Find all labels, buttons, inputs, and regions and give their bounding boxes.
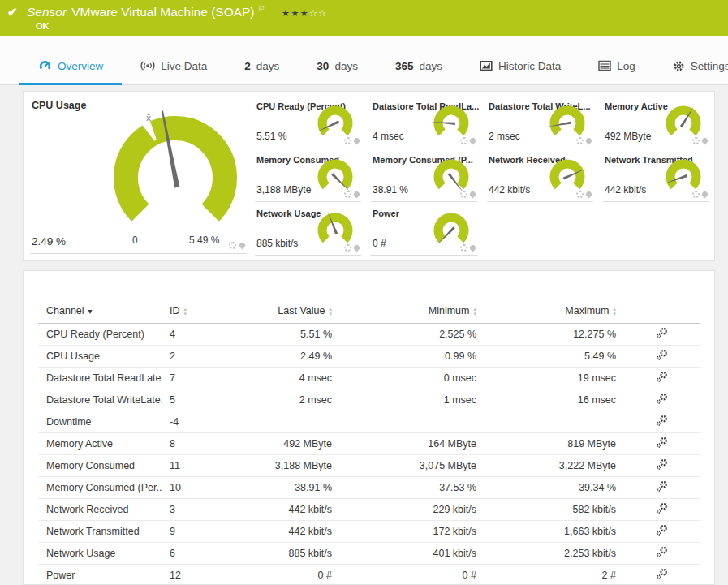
pin-icon[interactable] [353, 137, 361, 145]
gauge-memory-consumed-percent[interactable]: Memory Consumed (P... 38.91 % [371, 148, 477, 202]
sort-toggle-icon: ▴▾ [473, 307, 476, 316]
gear-icon[interactable] [692, 191, 700, 198]
channel-id: 2 [162, 346, 236, 368]
channel-settings-icon[interactable] [656, 437, 668, 451]
channel-settings-icon[interactable] [656, 502, 668, 517]
channel-name: Memory Active [38, 433, 162, 455]
pin-icon[interactable] [701, 191, 709, 199]
gear-icon[interactable] [344, 137, 351, 144]
channel-minimum: 401 kbit/s [340, 543, 485, 565]
channel-minimum: 1 msec [340, 389, 485, 411]
gear-icon [673, 60, 685, 72]
gauge-cpu-ready[interactable]: CPU Ready (Percent) 5.51 % [255, 95, 361, 148]
channel-name: Network Transmitted [38, 521, 162, 543]
pin-icon[interactable] [353, 191, 361, 199]
gauge-title: CPU Usage [32, 100, 86, 111]
pin-icon[interactable] [585, 137, 593, 145]
column-header-id[interactable]: ID▴▾ [162, 300, 236, 324]
gear-icon[interactable] [576, 137, 584, 144]
column-header-channel[interactable]: Channel▾ [38, 300, 162, 324]
star-icon[interactable]: ★ [291, 8, 299, 18]
gauge-dial: x̄ [94, 105, 256, 238]
gauge-memory-active[interactable]: Memory Active 492 MByte [603, 95, 709, 148]
column-header-maximum[interactable]: Maximum▴▾ [485, 300, 624, 324]
channel-maximum: 39.34 % [485, 477, 624, 499]
gauge-network-received[interactable]: Network Received 442 kbit/s [487, 148, 593, 202]
tab-2-days[interactable]: 2 days [226, 47, 298, 84]
gauge-memory-consumed[interactable]: Memory Consumed 3,188 MByte [255, 148, 361, 202]
gauge-datastore-read[interactable]: Datastore Total ReadLa... 4 msec [371, 95, 477, 148]
tab-historic-data[interactable]: Historic Data [461, 47, 579, 84]
flag-icon[interactable]: ⚐ [258, 4, 265, 13]
table-row: Memory Consumed (Per... 10 38.91 % 37.53… [38, 477, 700, 499]
star-icon[interactable]: ★ [282, 8, 291, 18]
pin-icon[interactable] [469, 191, 477, 199]
gauge-power[interactable]: Power 0 # [371, 202, 477, 256]
sensor-header: ✔ SensorVMware Virtual Machine (SOAP)⚐ ★… [0, 0, 728, 36]
tab-label: Historic Data [498, 60, 561, 72]
table-row: CPU Usage 2 2.49 % 0.99 % 5.49 % [38, 346, 700, 368]
pin-icon[interactable] [469, 137, 477, 145]
channel-maximum [485, 411, 624, 433]
tab-overview[interactable]: Overview [19, 47, 122, 84]
star-icon[interactable]: ☆ [318, 8, 327, 18]
table-row: Downtime -4 [38, 411, 700, 433]
channel-settings-icon[interactable] [656, 327, 668, 342]
channel-maximum: 1,663 kbit/s [485, 521, 624, 543]
gauge-datastore-write[interactable]: Datastore Total WriteL... 2 msec [487, 95, 593, 148]
channel-settings-icon[interactable] [656, 524, 668, 539]
gauge-network-transmitted[interactable]: Network Transmitted 442 kbit/s [603, 148, 709, 202]
star-icon[interactable]: ★ [299, 8, 308, 18]
gauge-current-value: 2.49 % [32, 235, 66, 247]
channel-settings-icon[interactable] [656, 349, 668, 363]
channel-settings-icon[interactable] [656, 458, 668, 473]
channel-settings-icon[interactable] [656, 371, 668, 385]
pin-icon[interactable] [585, 191, 593, 199]
gear-icon[interactable] [692, 137, 700, 144]
tab-settings[interactable]: Settings [654, 47, 728, 84]
table-row: Network Received 3 442 kbit/s 229 kbit/s… [38, 499, 700, 521]
table-row: Datastore Total WriteLate... 5 2 msec 1 … [38, 389, 700, 411]
channel-maximum: 5.49 % [485, 346, 624, 368]
gear-icon[interactable] [460, 191, 467, 198]
channel-minimum: 0.99 % [340, 346, 485, 368]
gauge-network-usage[interactable]: Network Usage 885 kbit/s [255, 202, 361, 256]
column-header-minimum[interactable]: Minimum▴▾ [340, 300, 485, 324]
channel-settings-icon[interactable] [656, 546, 668, 561]
channel-name: CPU Usage [38, 346, 162, 368]
tab-log[interactable]: Log [579, 47, 654, 84]
gear-icon[interactable] [344, 191, 351, 198]
pin-icon[interactable] [469, 244, 477, 252]
priority-stars[interactable]: ★★★☆☆ [282, 8, 328, 18]
gear-icon[interactable] [576, 191, 584, 198]
table-row: Network Transmitted 9 442 kbit/s 172 kbi… [38, 521, 700, 543]
tab-live-data[interactable]: Live Data [122, 47, 226, 84]
average-marker: x̄ [146, 113, 152, 123]
gear-icon[interactable] [460, 137, 467, 144]
tab-30-days[interactable]: 30 days [298, 47, 377, 84]
pin-icon[interactable] [239, 242, 247, 250]
chart-icon [480, 59, 493, 72]
gauge-value: 4 msec [373, 131, 404, 142]
channel-settings-icon[interactable] [656, 480, 668, 495]
pin-icon[interactable] [701, 137, 709, 145]
gauge-cpu-usage-main[interactable]: CPU Usage x̄ 2.49 % 0 5.49 % [24, 92, 255, 260]
channel-minimum: 37.53 % [340, 477, 485, 499]
channel-name: Network Usage [38, 543, 162, 565]
channel-settings-icon[interactable] [656, 415, 668, 429]
star-icon[interactable]: ☆ [309, 8, 318, 18]
channel-name: Power [38, 565, 162, 585]
gear-icon[interactable] [344, 244, 351, 252]
channel-settings-icon[interactable] [656, 393, 668, 407]
table-row: Memory Consumed 11 3,188 MByte 3,075 MBy… [38, 455, 700, 477]
broadcast-icon [140, 60, 155, 71]
channel-minimum: 2.525 % [340, 324, 485, 346]
gauge-title: Power [373, 209, 399, 218]
gear-icon[interactable] [460, 244, 467, 252]
tab-365-days[interactable]: 365 days [377, 47, 461, 84]
channel-minimum: 172 kbit/s [340, 521, 485, 543]
gear-icon[interactable] [229, 242, 236, 249]
pin-icon[interactable] [353, 244, 361, 252]
column-header-last-value[interactable]: Last Value▴▾ [236, 300, 340, 324]
channel-settings-icon[interactable] [656, 568, 668, 583]
